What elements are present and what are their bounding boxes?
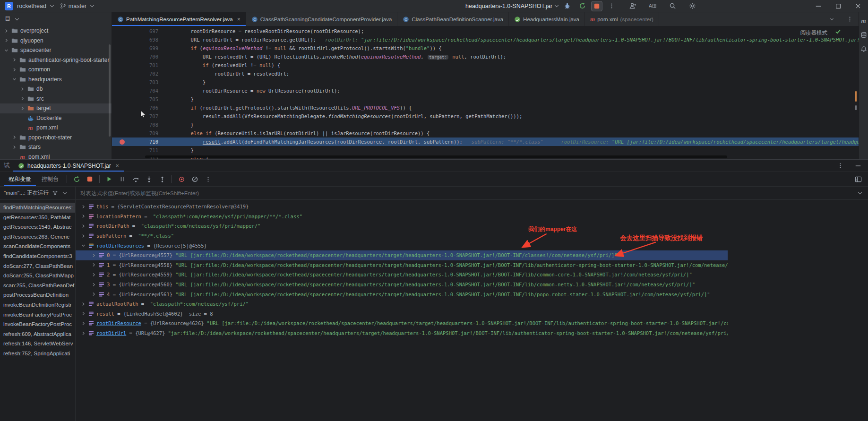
maven-tool-icon[interactable]: m	[861, 17, 866, 24]
editor-gutter[interactable]: 707	[112, 112, 167, 120]
tree-item[interactable]: mpom.xml	[0, 123, 112, 133]
debug-window-label[interactable]: 试	[0, 162, 13, 170]
tree-item[interactable]: common	[0, 65, 112, 75]
stop-button[interactable]	[591, 1, 602, 11]
horizontal-scrollbar[interactable]	[145, 155, 727, 158]
rerun-button[interactable]	[576, 1, 588, 11]
gear-icon[interactable]	[686, 1, 698, 11]
stack-frame[interactable]: doScan:255, ClassPathMapp	[0, 271, 75, 281]
stack-frame[interactable]: getResources:263, Generic	[0, 232, 75, 242]
stop-icon[interactable]	[84, 173, 96, 185]
debug-button[interactable]	[561, 1, 573, 11]
debug-session-tab[interactable]: headquarters-1.0-SNAPSHOT.jar ×	[13, 160, 124, 172]
code-line[interactable]: 699 if (equinoxResolveMethod != null && …	[112, 44, 859, 52]
code-line[interactable]: 708 }	[112, 120, 859, 129]
variable-row[interactable]: result = {LinkedHashSet@4602} size = 8	[76, 309, 728, 319]
stack-frame[interactable]: invokeBeanFactoryPostProc	[0, 310, 75, 320]
editor-gutter[interactable]: 703	[112, 78, 167, 86]
code-line[interactable]: 701 if (resolvedUrl != null) {	[112, 61, 859, 69]
editor-tab[interactable]: CPathMatchingResourcePatternResolver.jav…	[112, 12, 246, 26]
editor-gutter[interactable]: 701	[112, 61, 167, 69]
stack-frame[interactable]: scanCandidateComponents	[0, 241, 75, 251]
editor-gutter[interactable]: 709	[112, 129, 167, 137]
close-icon[interactable]: ×	[116, 163, 119, 169]
project-panel-header[interactable]: 目	[0, 12, 112, 26]
tree-item[interactable]: popo-robot-stater	[0, 133, 112, 143]
editor-gutter[interactable]: 704	[112, 86, 167, 95]
notifications-icon[interactable]	[860, 46, 867, 52]
editor-gutter[interactable]: 699	[112, 44, 167, 52]
project-scrollbar[interactable]	[109, 44, 111, 137]
editor-gutter[interactable]: 702	[112, 69, 167, 78]
variable-row[interactable]: 3 = {UrlResource@4560}"URL [jar:file:/D:…	[76, 280, 728, 290]
code-line[interactable]: 706 if (rootDirUrl.getProtocol().startsW…	[112, 103, 859, 112]
stack-frame[interactable]: getResources:1549, Abstrac	[0, 222, 75, 232]
editor-gutter[interactable]: 698	[112, 35, 167, 44]
layout-settings-icon[interactable]	[852, 173, 864, 185]
tree-item[interactable]: db	[0, 84, 112, 94]
tree-item[interactable]: spacecenter	[0, 45, 112, 55]
code-line[interactable]: 697 rootDirResource = resolveRootDirReso…	[112, 27, 859, 35]
editor-gutter[interactable]: 710	[112, 137, 167, 146]
step-over-icon[interactable]	[129, 173, 142, 185]
hide-panel-icon[interactable]	[852, 161, 864, 171]
editor-tab[interactable]: HeadquartersMain.java	[509, 12, 585, 26]
tree-item[interactable]: qiyuopen	[0, 36, 112, 46]
branch-switcher[interactable]: master	[60, 3, 94, 9]
evaluate-expression-input[interactable]	[76, 190, 857, 196]
breakpoint-icon[interactable]	[120, 139, 125, 145]
variable-row[interactable]: 0 = {UrlResource@4557}"URL [jar:file:/D:…	[76, 250, 728, 260]
inspection-status-widget[interactable]	[834, 28, 842, 35]
stack-frame[interactable]: invokeBeanDefinitionRegistr	[0, 300, 75, 310]
stack-frame[interactable]: refresh:752, SpringApplicati	[0, 349, 75, 359]
variable-row[interactable]: actualRootPath = "classpath*:com/netease…	[76, 299, 728, 309]
variable-row[interactable]: this = {ServletContextResourcePatternRes…	[76, 202, 728, 212]
code-line[interactable]: 704 rootDirResource = new UrlResource(ro…	[112, 86, 859, 95]
tree-item[interactable]: authenticator-spring-boot-starter	[0, 55, 112, 65]
editor-gutter[interactable]: 711	[112, 146, 167, 155]
more-tabs-icon[interactable]	[843, 14, 856, 25]
code-with-me-icon[interactable]	[627, 1, 639, 11]
maximize-button[interactable]	[828, 0, 848, 12]
variable-row[interactable]: rootDirResource = {UrlResource@4626}"URL…	[76, 318, 728, 328]
code-line[interactable]: 709 else if (ResourceUtils.isJarURL(root…	[112, 129, 859, 137]
chevron-down-icon[interactable]	[825, 14, 838, 25]
more-options-icon[interactable]	[202, 173, 214, 185]
tree-item[interactable]: src	[0, 94, 112, 104]
rerun-debug-icon[interactable]	[70, 173, 83, 185]
mute-breakpoints-icon[interactable]	[189, 173, 201, 185]
run-config-selector[interactable]: headquarters-1.0-SNAPSHOT.jar	[465, 3, 558, 9]
editor-tab[interactable]: CClassPathBeanDefinitionScanner.java	[397, 12, 509, 26]
editor-gutter[interactable]: 700	[112, 52, 167, 61]
tree-item[interactable]: overproject	[0, 26, 112, 36]
stack-frame[interactable]: doScan:277, ClassPathBean	[0, 261, 75, 271]
tree-item[interactable]: target	[0, 103, 112, 113]
tree-item[interactable]: headquarters	[0, 75, 112, 85]
translate-icon[interactable]: A	[646, 1, 659, 11]
code-line[interactable]: 707 result.addAll(VfsResourceMatchingDel…	[112, 112, 859, 120]
code-line[interactable]: 710 result.addAll(doFindPathMatchingJarR…	[112, 137, 859, 146]
editor-gutter[interactable]: 697	[112, 27, 167, 35]
tree-item[interactable]: Dockerfile	[0, 113, 112, 123]
search-icon[interactable]	[666, 1, 679, 11]
more-actions-icon[interactable]	[605, 1, 618, 11]
tree-item[interactable]: stars	[0, 142, 112, 152]
code-line[interactable]: 700 URL resolvedUrl = (URL) ReflectionUt…	[112, 52, 859, 61]
variable-row[interactable]: rootDirUrl = {URL@4627}"jar:file:/D:/ide…	[76, 328, 728, 338]
close-icon[interactable]: ×	[237, 17, 241, 22]
pause-icon[interactable]	[116, 173, 129, 185]
code-editor[interactable]: 697 rootDirResource = resolveRootDirReso…	[112, 26, 859, 159]
stack-frame[interactable]: invokeBeanFactoryPostProc	[0, 319, 75, 329]
database-tool-icon[interactable]	[860, 32, 867, 38]
editor-gutter[interactable]: 706	[112, 103, 167, 112]
more-options-icon[interactable]	[834, 161, 846, 171]
minimize-button[interactable]	[808, 0, 828, 12]
stack-frame[interactable]: refresh:609, AbstractApplica	[0, 329, 75, 339]
tree-item[interactable]: mpom.xml	[0, 152, 112, 160]
stack-frame[interactable]: postProcessBeanDefinition	[0, 290, 75, 300]
variable-row[interactable]: locationPattern = "classpath*:com/neteas…	[76, 212, 728, 222]
close-button[interactable]	[848, 0, 868, 12]
thread-selector[interactable]: "main"...: 正在运行	[0, 187, 76, 199]
editor-tab[interactable]: mpom.xml (spacecenter)	[585, 12, 659, 26]
stack-frame[interactable]: findCandidateComponents:3	[0, 251, 75, 261]
